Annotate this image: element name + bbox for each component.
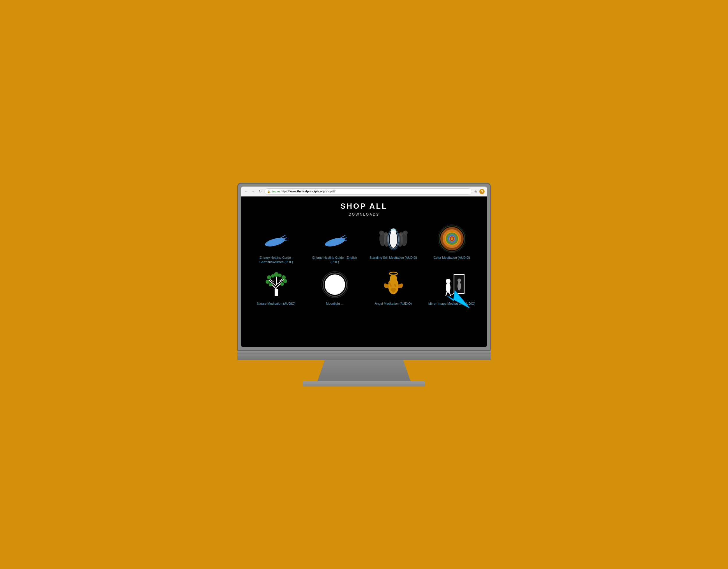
product-label-angel-meditation: Angel Meditation (AUDIO): [375, 301, 412, 306]
product-moonlight[interactable]: Moonlight ...: [305, 267, 364, 309]
product-energy-healing-en[interactable]: Energy Healing Guide - English (PDF): [305, 221, 364, 268]
product-nature-meditation[interactable]: Nature Meditation (AUDIO): [247, 267, 305, 309]
product-image-energy-healing-de: [259, 224, 294, 253]
product-mirror-image[interactable]: Mirror Image Meditation (AUDIO): [423, 267, 481, 309]
svg-point-17: [399, 232, 403, 236]
svg-rect-30: [275, 289, 278, 296]
product-label-color-meditation: Color Meditation (AUDIO): [434, 256, 470, 260]
website-content: SHOP ALL DOWNLOADS: [241, 197, 487, 309]
page-subtitle: DOWNLOADS: [349, 213, 379, 217]
address-bar[interactable]: 🔒 Secure https://www.thefirstprinciple.o…: [264, 188, 472, 195]
svg-point-38: [274, 272, 279, 277]
svg-line-54: [395, 284, 396, 286]
svg-line-2: [281, 236, 285, 238]
product-label-energy-healing-de: Energy Healing Guide - German/Deutsch (P…: [250, 256, 303, 265]
refresh-button[interactable]: ↻: [257, 189, 263, 194]
laptop-base-top: [237, 354, 491, 360]
product-angel-meditation[interactable]: Angel Meditation (AUDIO): [364, 267, 423, 309]
url-domain: www.thefirstprinciple.org: [290, 190, 325, 193]
product-standing-still[interactable]: Standing Still Meditation (AUDIO): [364, 221, 423, 268]
product-image-angel-meditation: [376, 270, 411, 299]
svg-point-45: [271, 274, 275, 278]
product-label-nature-meditation: Nature Meditation (AUDIO): [257, 301, 295, 306]
page-title: SHOP ALL: [340, 202, 388, 211]
user-avatar[interactable]: S: [479, 189, 485, 194]
browser-chrome: ← → ↻ 🔒 Secure https://www.thefirstprinc…: [241, 187, 487, 197]
svg-point-43: [269, 283, 272, 286]
svg-point-58: [446, 282, 450, 293]
svg-line-60: [446, 292, 447, 296]
svg-point-41: [266, 280, 270, 284]
forward-button[interactable]: →: [250, 189, 256, 194]
svg-point-39: [267, 275, 271, 280]
secure-badge: Secure: [271, 190, 280, 193]
svg-point-50: [389, 272, 397, 275]
svg-point-42: [283, 279, 287, 283]
svg-point-15: [384, 232, 388, 236]
svg-line-61: [449, 292, 450, 296]
laptop-screen: ← → ↻ 🔒 Secure https://www.thefirstprinc…: [237, 183, 491, 351]
lock-icon: 🔒: [267, 190, 270, 193]
product-label-energy-healing-en: Energy Healing Guide - English (PDF): [308, 256, 361, 265]
url-https: https://: [281, 190, 290, 193]
laptop-stand: [317, 360, 411, 381]
laptop-hinge: [237, 351, 491, 354]
browser-content: SHOP ALL DOWNLOADS: [241, 197, 487, 347]
product-image-mirror-image: [434, 270, 469, 299]
product-energy-healing-de[interactable]: Energy Healing Guide - German/Deutsch (P…: [247, 221, 305, 268]
product-image-standing-still: [376, 224, 411, 253]
svg-line-7: [341, 236, 345, 238]
product-color-meditation[interactable]: Color Meditation (AUDIO): [423, 221, 481, 268]
laptop-container: ← → ↻ 🔒 Secure https://www.thefirstprinc…: [237, 183, 491, 386]
product-image-energy-healing-en: [317, 224, 352, 253]
svg-point-40: [282, 275, 286, 280]
svg-point-46: [278, 274, 282, 277]
product-label-standing-still: Standing Still Meditation (AUDIO): [370, 256, 417, 260]
svg-point-5: [324, 236, 346, 248]
product-label-moonlight: Moonlight ...: [326, 301, 344, 306]
svg-point-62: [457, 282, 461, 290]
svg-point-47: [325, 275, 345, 295]
product-grid: Energy Healing Guide - German/Deutsch (P…: [241, 221, 487, 309]
svg-point-11: [379, 231, 384, 235]
product-image-nature-meditation: [259, 270, 294, 299]
product-image-moonlight: [317, 270, 352, 299]
svg-point-13: [403, 231, 408, 235]
svg-point-59: [446, 279, 450, 284]
address-text: https://www.thefirstprinciple.org/shopal…: [281, 190, 335, 193]
svg-point-0: [264, 236, 286, 248]
url-path: /shopall/: [325, 190, 335, 193]
svg-point-44: [280, 282, 284, 286]
svg-point-52: [390, 275, 397, 282]
bookmark-icon[interactable]: ★: [474, 189, 478, 194]
product-label-mirror-image: Mirror Image Meditation (AUDIO): [428, 301, 475, 306]
back-button[interactable]: ←: [243, 189, 249, 194]
laptop-foot: [303, 381, 425, 386]
browser-window: ← → ↻ 🔒 Secure https://www.thefirstprinc…: [241, 187, 487, 347]
product-image-color-meditation: [434, 224, 469, 253]
svg-point-63: [457, 279, 461, 282]
